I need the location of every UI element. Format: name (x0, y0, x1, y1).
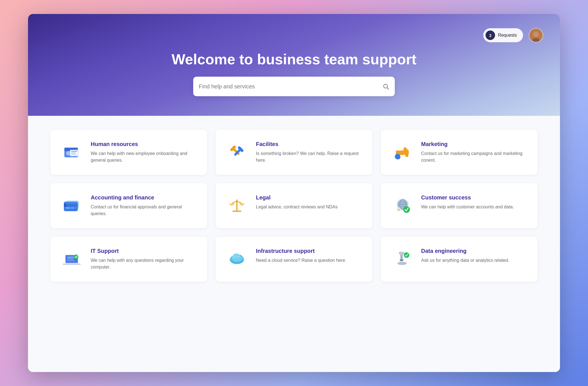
svg-rect-58 (398, 262, 407, 263)
svg-text:★: ★ (398, 208, 400, 211)
header-top: 2 Requests (45, 28, 543, 43)
page-title: Welcome to business team support (172, 51, 417, 68)
data-engineering-text: Data engineering Ask us for anything dat… (421, 248, 528, 264)
marketing-title: Marketing (421, 141, 528, 147)
svg-rect-27 (66, 201, 79, 209)
accounting-title: Accounting and finance (91, 194, 197, 201)
accounting-desc: Contact us for financial approvals and g… (91, 204, 197, 217)
legal-icon (226, 194, 248, 217)
it-icon (60, 248, 83, 270)
requests-button[interactable]: 2 Requests (483, 28, 523, 42)
services-grid: Human resources We can help with new emp… (50, 130, 538, 282)
card-it-support[interactable]: IT Support We can help with any question… (50, 237, 207, 282)
svg-rect-56 (400, 259, 403, 261)
facilities-icon (226, 141, 248, 163)
marketing-text: Marketing Contact us for marketing campa… (421, 141, 528, 164)
search-icon (382, 83, 389, 90)
avatar[interactable] (529, 28, 543, 43)
svg-line-31 (237, 201, 242, 203)
card-data-engineering[interactable]: Data engineering Ask us for anything dat… (381, 237, 538, 282)
card-accounting[interactable]: Accounting and finance Contact us for fi… (50, 183, 207, 228)
customer-success-title: Customer success (421, 194, 528, 201)
card-facilities[interactable]: Facilites Is something broken? We can he… (216, 130, 372, 175)
svg-rect-29 (232, 211, 241, 212)
it-support-title: IT Support (91, 248, 197, 254)
hero-section: 2 Requests Welcome to business team supp… (28, 14, 560, 116)
data-engineering-desc: Ask us for anything data or analytics re… (421, 257, 528, 264)
card-legal[interactable]: Legal Legal advice, contract reviews and… (216, 183, 372, 228)
main-content: Human resources We can help with new emp… (28, 116, 560, 372)
data-engineering-icon (391, 248, 413, 270)
svg-point-22 (395, 154, 400, 159)
requests-label: Requests (498, 33, 517, 38)
card-marketing[interactable]: Marketing Contact us for marketing campa… (381, 130, 538, 175)
svg-rect-12 (71, 151, 77, 152)
svg-point-59 (404, 252, 409, 258)
svg-line-4 (387, 88, 389, 90)
svg-point-1 (533, 31, 539, 37)
customer-success-text: Customer success We can help with custom… (421, 194, 528, 210)
svg-rect-14 (71, 154, 76, 154)
search-bar (193, 77, 395, 96)
infrastructure-icon (226, 248, 248, 270)
data-engineering-title: Data engineering (421, 248, 528, 254)
svg-point-53 (232, 256, 242, 262)
infrastructure-desc: Need a cloud service? Raise a question h… (256, 257, 362, 264)
infrastructure-title: Infrastructure support (256, 248, 362, 254)
svg-rect-55 (399, 252, 404, 255)
svg-point-47 (74, 255, 78, 259)
hr-icon (60, 141, 83, 163)
facilities-desc: Is something broken? We can help. Raise … (256, 150, 362, 164)
hr-text: Human resources We can help with new emp… (91, 141, 197, 164)
svg-rect-13 (71, 152, 76, 153)
it-support-desc: We can help with any questions regarding… (91, 257, 197, 270)
svg-rect-46 (67, 260, 74, 261)
legal-title: Legal (256, 194, 362, 201)
facilities-title: Facilites (256, 141, 362, 147)
marketing-icon (391, 141, 413, 163)
customer-success-icon: ★ (391, 194, 413, 217)
card-infrastructure[interactable]: Infrastructure support Need a cloud serv… (216, 237, 372, 282)
hr-desc: We can help with new employee onboarding… (91, 150, 197, 164)
main-window: 2 Requests Welcome to business team supp… (28, 14, 560, 372)
facilities-text: Facilites Is something broken? We can he… (256, 141, 362, 164)
accounting-icon (60, 194, 83, 217)
legal-text: Legal Legal advice, contract reviews and… (256, 194, 362, 210)
svg-line-30 (232, 201, 237, 203)
svg-rect-43 (63, 263, 81, 265)
customer-success-desc: We can help with customer accounts and d… (421, 204, 528, 210)
svg-point-38 (403, 206, 410, 213)
svg-rect-45 (67, 258, 73, 259)
search-input[interactable] (199, 83, 382, 90)
it-support-text: IT Support We can help with any question… (91, 248, 197, 270)
card-human-resources[interactable]: Human resources We can help with new emp… (50, 130, 207, 175)
marketing-desc: Contact us for marketing campaigns and m… (421, 150, 528, 164)
requests-count-badge: 2 (486, 30, 495, 40)
legal-desc: Legal advice, contract reviews and NDAs (256, 204, 362, 210)
infrastructure-text: Infrastructure support Need a cloud serv… (256, 248, 362, 264)
hr-title: Human resources (91, 141, 197, 147)
card-customer-success[interactable]: ★ Customer success We can help with cust… (381, 183, 538, 228)
accounting-text: Accounting and finance Contact us for fi… (91, 194, 197, 217)
